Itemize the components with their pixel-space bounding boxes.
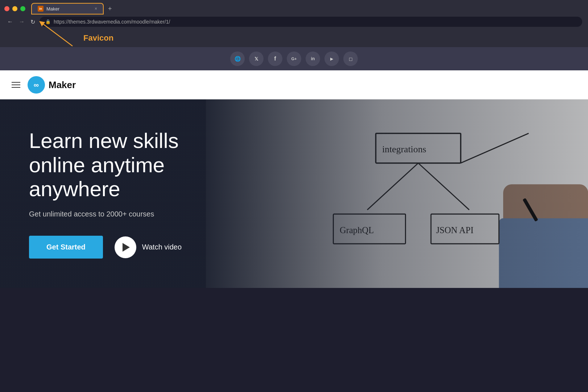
hero-content: Learn new skills online anytime anywhere… xyxy=(0,107,254,280)
youtube-icon[interactable]: ▶ xyxy=(324,51,339,66)
play-circle-icon xyxy=(115,236,136,258)
google-plus-icon[interactable]: G+ xyxy=(287,51,301,66)
get-started-button[interactable]: Get Started xyxy=(29,236,103,259)
close-traffic-light[interactable] xyxy=(4,6,9,11)
tab-bar: in Maker × + xyxy=(0,0,588,15)
play-triangle-icon xyxy=(123,243,130,252)
hero-subtitle: Get unlimited access to 2000+ courses xyxy=(29,210,225,218)
svg-line-1 xyxy=(44,24,73,46)
globe-icon[interactable]: 🌐 xyxy=(230,51,245,66)
active-tab[interactable]: in Maker × xyxy=(31,3,104,15)
favicon-annotation: Favicon xyxy=(0,29,588,47)
twitter-icon[interactable]: 𝕏 xyxy=(249,51,264,66)
facebook-icon[interactable]: f xyxy=(268,51,282,66)
hamburger-menu[interactable] xyxy=(12,82,20,88)
social-bar: 🌐 𝕏 f G+ in ▶ ◻ xyxy=(0,47,588,70)
browser-chrome: in Maker × + ← → ↻ 🔒 https://themes.3rdw… xyxy=(0,0,588,47)
refresh-button[interactable]: ↻ xyxy=(29,17,37,27)
instagram-icon[interactable]: ◻ xyxy=(343,51,358,66)
watch-video-button[interactable]: Watch video xyxy=(115,236,182,258)
site-header: ∞ Maker xyxy=(0,70,588,99)
address-bar-row: ← → ↻ 🔒 https://themes.3rdwavemedia.com/… xyxy=(0,15,588,29)
hero-actions: Get Started Watch video xyxy=(29,236,225,259)
back-button[interactable]: ← xyxy=(6,17,15,26)
maximize-traffic-light[interactable] xyxy=(20,6,25,11)
logo-icon: ∞ xyxy=(28,76,45,94)
tab-title: Maker xyxy=(46,6,59,12)
forward-button[interactable]: → xyxy=(17,17,26,26)
tab-close-button[interactable]: × xyxy=(95,6,97,11)
logo-text: Maker xyxy=(49,79,76,91)
linkedin-icon[interactable]: in xyxy=(306,51,320,66)
new-tab-button[interactable]: + xyxy=(105,4,115,14)
traffic-lights xyxy=(4,6,25,11)
watch-video-label: Watch video xyxy=(142,243,182,251)
address-bar[interactable]: 🔒 https://themes.3rdwavemedia.com/moodle… xyxy=(40,17,582,27)
site-logo[interactable]: ∞ Maker xyxy=(28,76,76,94)
minimize-traffic-light[interactable] xyxy=(12,6,17,11)
tab-favicon: in xyxy=(38,6,44,12)
favicon-annotation-label: Favicon xyxy=(83,33,113,43)
hero-section: integrations GraphQL JSON API Learn new … xyxy=(0,99,588,288)
annotation-arrow-svg xyxy=(36,19,80,48)
url-suffix: /moodle/maker/1/ xyxy=(131,19,170,25)
hero-title: Learn new skills online anytime anywhere xyxy=(29,129,225,201)
